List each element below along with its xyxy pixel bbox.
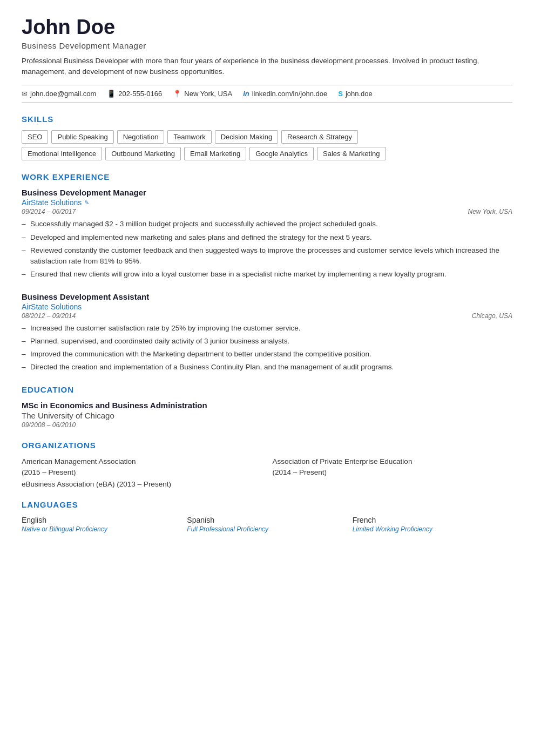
- work-entry: Business Development AssistantAirState S…: [22, 292, 512, 373]
- orgs-grid: American Management Association (2015 – …: [22, 456, 512, 478]
- edu-entries: MSc in Economics and Business Administra…: [22, 401, 512, 429]
- skills-section: SKILLS SEOPublic SpeakingNegotiationTeam…: [22, 114, 512, 160]
- skill-tag: SEO: [22, 130, 48, 144]
- work-meta: 08/2012 – 09/2014Chicago, USA: [22, 312, 512, 320]
- work-bullets: Successfully managed $2 - 3 million budg…: [22, 219, 512, 280]
- linkedin-icon: in: [243, 90, 249, 98]
- skill-tag: Public Speaking: [51, 130, 113, 144]
- education-section: EDUCATION MSc in Economics and Business …: [22, 385, 512, 429]
- skill-tag: Negotiation: [117, 130, 165, 144]
- work-company: AirState Solutions ✎: [22, 198, 512, 207]
- skills-title: SKILLS: [22, 114, 512, 124]
- edu-dates: 09/2008 – 06/2010: [22, 421, 512, 429]
- skills-row-2: Emotional IntelligenceOutbound Marketing…: [22, 147, 512, 160]
- language-level: Native or Bilingual Proficiency: [22, 525, 181, 533]
- education-title: EDUCATION: [22, 385, 512, 394]
- skill-tag: Email Marketing: [184, 147, 246, 160]
- languages-section: LANGUAGES EnglishNative or Bilingual Pro…: [22, 500, 512, 533]
- language-item: EnglishNative or Bilingual Proficiency: [22, 516, 181, 533]
- work-bullet: Planned, supervised, and coordinated dai…: [22, 336, 512, 347]
- skype-icon: S: [338, 90, 343, 98]
- work-job-title: Business Development Manager: [22, 188, 512, 197]
- language-name: Spanish: [187, 516, 347, 524]
- work-entries: Business Development ManagerAirState Sol…: [22, 188, 512, 373]
- linkedin-contact[interactable]: in linkedin.com/in/john.doe: [243, 90, 327, 98]
- org-item: American Management Association (2015 – …: [22, 456, 262, 478]
- skill-tag: Outbound Marketing: [105, 147, 181, 160]
- language-level: Limited Working Proficiency: [353, 525, 512, 533]
- skill-tag: Decision Making: [215, 130, 278, 144]
- location-contact: 📍 New York, USA: [173, 90, 232, 98]
- work-entry: Business Development ManagerAirState Sol…: [22, 188, 512, 280]
- job-title: Business Development Manager: [22, 41, 512, 50]
- work-bullet: Developed and implemented new marketing …: [22, 232, 512, 243]
- skill-tag: Emotional Intelligence: [22, 147, 102, 160]
- work-dates: 08/2012 – 09/2014: [22, 312, 76, 320]
- edu-degree: MSc in Economics and Business Administra…: [22, 401, 512, 410]
- work-bullet: Ensured that new clients will grow into …: [22, 269, 512, 280]
- work-dates: 09/2014 – 06/2017: [22, 208, 76, 215]
- work-company: AirState Solutions: [22, 302, 512, 311]
- work-experience-title: WORK EXPERIENCE: [22, 172, 512, 181]
- email-value: john.doe@gmail.com: [30, 90, 96, 98]
- organizations-title: ORGANIZATIONS: [22, 441, 512, 450]
- work-bullet: Increased the customer satisfaction rate…: [22, 323, 512, 334]
- education-entry: MSc in Economics and Business Administra…: [22, 401, 512, 429]
- skills-row-1: SEOPublic SpeakingNegotiationTeamworkDec…: [22, 130, 512, 144]
- org-entries: American Management Association (2015 – …: [22, 456, 512, 489]
- languages-grid: EnglishNative or Bilingual ProficiencySp…: [22, 516, 512, 533]
- candidate-name: John Doe: [22, 16, 512, 39]
- phone-value: 202-555-0166: [118, 90, 162, 98]
- language-item: FrenchLimited Working Proficiency: [353, 516, 512, 533]
- work-bullet: Reviewed constantly the customer feedbac…: [22, 245, 512, 267]
- work-location: New York, USA: [468, 208, 512, 215]
- org-item: eBusiness Association (eBA) (2013 – Pres…: [22, 480, 512, 488]
- organizations-section: ORGANIZATIONS American Management Associ…: [22, 441, 512, 489]
- work-experience-section: WORK EXPERIENCE Business Development Man…: [22, 172, 512, 373]
- summary-text: Professional Business Developer with mor…: [22, 56, 512, 78]
- languages-title: LANGUAGES: [22, 500, 512, 509]
- language-item: SpanishFull Professional Proficiency: [187, 516, 347, 533]
- org-item: Association of Private Enterprise Educat…: [273, 456, 513, 478]
- email-contact: ✉ john.doe@gmail.com: [22, 90, 96, 98]
- skill-tag: Google Analytics: [249, 147, 314, 160]
- external-link-icon[interactable]: ✎: [84, 199, 89, 206]
- work-job-title: Business Development Assistant: [22, 292, 512, 301]
- work-meta: 09/2014 – 06/2017New York, USA: [22, 208, 512, 215]
- skype-value: john.doe: [346, 90, 373, 98]
- location-icon: 📍: [173, 90, 181, 98]
- skype-contact: S john.doe: [338, 90, 373, 98]
- edu-school: The University of Chicago: [22, 411, 512, 420]
- skills-container: SEOPublic SpeakingNegotiationTeamworkDec…: [22, 130, 512, 160]
- skill-tag: Research & Strategy: [281, 130, 358, 144]
- work-bullets: Increased the customer satisfaction rate…: [22, 323, 512, 373]
- language-name: English: [22, 516, 181, 524]
- work-bullet: Improved the communication with the Mark…: [22, 349, 512, 360]
- work-location: Chicago, USA: [472, 312, 512, 320]
- location-value: New York, USA: [184, 90, 232, 98]
- work-bullet: Successfully managed $2 - 3 million budg…: [22, 219, 512, 230]
- phone-icon: 📱: [107, 90, 116, 98]
- language-name: French: [353, 516, 512, 524]
- language-level: Full Professional Proficiency: [187, 525, 347, 533]
- skill-tag: Sales & Marketing: [317, 147, 386, 160]
- work-bullet: Directed the creation and implementation…: [22, 362, 512, 373]
- linkedin-value: linkedin.com/in/john.doe: [252, 90, 327, 98]
- skill-tag: Teamwork: [167, 130, 211, 144]
- contact-bar: ✉ john.doe@gmail.com 📱 202-555-0166 📍 Ne…: [22, 85, 512, 103]
- phone-contact: 📱 202-555-0166: [107, 90, 162, 98]
- email-icon: ✉: [22, 90, 28, 98]
